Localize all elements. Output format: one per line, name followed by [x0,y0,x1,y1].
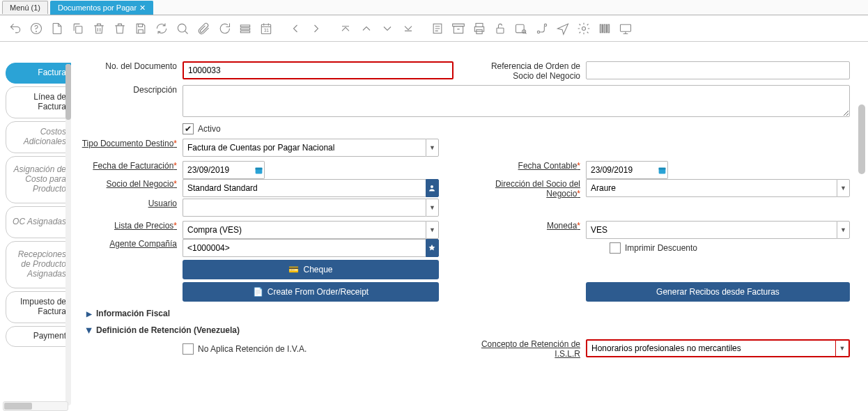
chevron-down-icon[interactable]: ▼ [835,341,848,356]
section-label: Información Fiscal [96,309,170,318]
sidebar-scrollbar[interactable] [65,64,71,405]
no-aplica-checkbox[interactable] [183,343,194,355]
partner-lookup-icon[interactable] [426,179,439,197]
search-icon[interactable] [173,19,192,38]
save-icon[interactable] [131,19,150,38]
svg-rect-21 [603,24,603,33]
calendar-picker-icon[interactable] [656,161,668,179]
concepto-ret-select[interactable] [587,341,835,356]
delete-icon[interactable] [89,19,109,38]
sidebar-item-payment[interactable]: Payment [6,326,71,347]
first-icon[interactable] [336,19,355,38]
tab-menu-label: Menú (1) [10,3,40,12]
socio-input[interactable] [183,179,426,197]
report-icon[interactable] [428,19,447,38]
section-label: Definición de Retención (Venezuela) [96,325,240,335]
chevron-down-icon[interactable]: ▼ [426,221,439,239]
svg-point-19 [582,26,586,30]
cheque-button[interactable]: 💳 Cheque [183,260,439,279]
sidebar-item-asignacion[interactable]: Asignación de Costo para Producto [6,156,71,203]
label-tipo-doc: Tipo Documento Destino* [78,139,183,148]
label-dir-socio: Dirección del Socio del Negocio* [474,179,586,199]
screen-icon[interactable] [616,19,635,38]
new-icon[interactable] [47,19,67,38]
chevron-down-icon[interactable]: ▼ [837,179,850,197]
prev-icon[interactable] [286,19,305,38]
next-icon[interactable] [307,19,326,38]
barcode-icon[interactable] [595,19,614,38]
last-icon[interactable] [398,19,418,38]
calendar-picker-icon[interactable] [253,161,265,179]
section-def-retencion[interactable]: ▶Definición de Retención (Venezuela) [86,325,850,335]
collapse-icon: ▶ [86,327,93,333]
expand-icon: ▶ [86,310,92,318]
sidebar-item-oc[interactable]: OC Asignadas [6,206,71,238]
section-info-fiscal[interactable]: ▶Información Fiscal [86,309,850,318]
sidebar-item-label: Costos Adicionales [6,127,66,147]
chevron-down-icon[interactable]: ▼ [426,199,439,217]
sidebar-h-scrollbar[interactable] [3,401,68,411]
sidebar-item-label: Impuesto de Factura [6,297,66,317]
content-scrollbar[interactable] [858,104,865,174]
attach-icon[interactable] [194,19,213,38]
send-icon[interactable] [553,19,573,38]
chevron-down-icon[interactable]: ▼ [837,221,850,239]
descripcion-textarea[interactable] [183,85,850,117]
label-agente: Agente Compañía [78,239,183,257]
sidebar-item-label: Factura [38,68,66,78]
sidebar-item-impuesto[interactable]: Impuesto de Factura [6,291,71,323]
sidebar-item-label: Recepciones de Producto Asignadas [6,250,66,279]
chat-icon[interactable] [215,19,234,38]
create-from-button[interactable]: 📄 Create From Order/Receipt [183,282,439,302]
up-icon[interactable] [357,19,376,38]
gear-icon[interactable] [574,19,594,38]
workflow-icon[interactable] [532,19,552,38]
generar-recibos-button[interactable]: Generar Recibos desde Facturas [586,282,850,302]
num-doc-input[interactable] [183,61,454,79]
down-icon[interactable] [378,19,397,38]
sidebar-item-recepciones[interactable]: Recepciones de Producto Asignadas [6,241,71,288]
label-fecha-cont: Fecha Contable* [474,161,586,179]
activo-checkbox[interactable]: ✔ [183,123,194,134]
imprimir-descuento-checkbox[interactable] [610,242,621,254]
fecha-fact-input[interactable] [183,161,253,179]
label-imprimir-desc: Imprimir Descuento [625,243,697,253]
agent-lookup-icon[interactable] [426,239,439,257]
close-icon[interactable]: ✕ [139,3,146,13]
tab-menu[interactable]: Menú (1) [2,1,48,14]
label-usuario: Usuario [78,199,183,208]
undo-icon[interactable] [6,19,25,38]
lock-icon[interactable] [490,19,510,38]
sidebar-item-label: OC Asignadas [13,217,66,227]
print-icon[interactable] [470,19,489,38]
tab-documentos[interactable]: Documentos por Pagar ✕ [50,1,153,15]
sidebar-item-costos[interactable]: Costos Adicionales [6,121,71,153]
grid-icon[interactable] [235,19,255,38]
moneda-select[interactable] [586,221,837,239]
label-descripcion: Descripción [78,85,183,95]
content-scrollbar-track[interactable] [857,45,867,408]
sidebar-item-factura[interactable]: Factura [6,63,71,84]
svg-point-30 [431,185,433,188]
chevron-down-icon[interactable]: ▼ [426,139,439,157]
zoom-icon[interactable] [511,19,531,38]
dir-socio-select[interactable] [586,179,837,197]
calendar-icon[interactable]: 31 [256,19,276,38]
ref-orden-input[interactable] [586,61,850,79]
agente-input[interactable] [183,239,426,257]
sidebar: Factura Línea de Factura Costos Adiciona… [0,42,71,411]
refresh-icon[interactable] [152,19,171,38]
label-socio: Socio del Negocio* [78,179,183,199]
copy-icon[interactable] [68,19,88,38]
svg-rect-4 [240,25,249,27]
tipo-doc-select[interactable] [183,139,426,157]
delete-multi-icon[interactable] [110,19,130,38]
label-ref-orden: Referencia de Orden de Socio del Negocio [474,61,586,81]
sidebar-item-linea[interactable]: Línea de Factura [6,86,71,118]
fecha-cont-input[interactable] [586,161,656,179]
help-icon[interactable] [26,19,46,38]
archive-icon[interactable] [449,19,468,38]
lista-precios-select[interactable] [183,221,426,239]
usuario-select[interactable] [183,199,426,217]
svg-rect-25 [621,24,631,31]
